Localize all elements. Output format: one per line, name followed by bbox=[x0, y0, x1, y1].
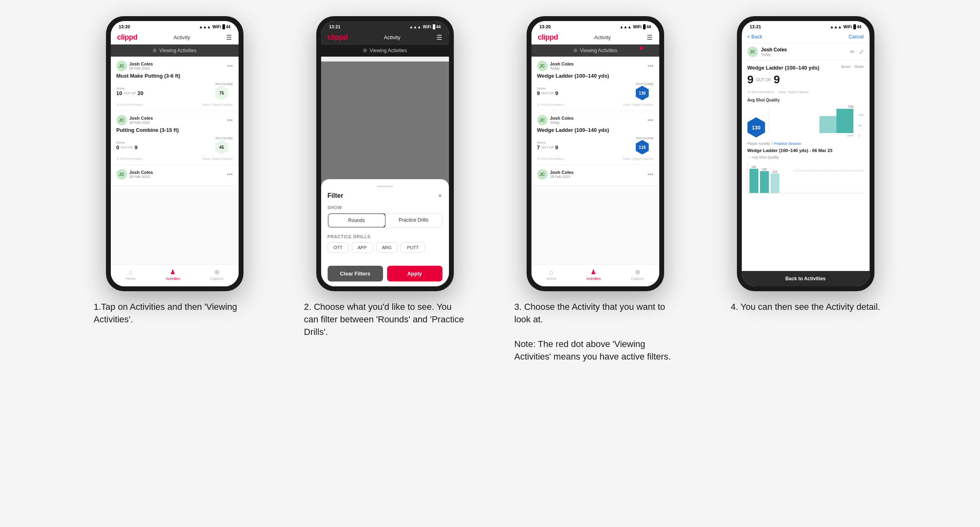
score-value-3-2: 7 bbox=[537, 144, 540, 150]
status-icons-1: ▲▲▲ WiFi ▊44 bbox=[199, 25, 231, 29]
activity-card-1-1[interactable]: JC Josh Coles 28 Feb 2023 ••• Must Make … bbox=[111, 57, 239, 111]
activity-title-1-1: Must Make Putting (3-6 ft) bbox=[116, 73, 233, 79]
filter-modal-overlay: Filter ✕ Show Rounds Practice Drills Pra… bbox=[321, 61, 449, 286]
more-dots-3-3[interactable]: ••• bbox=[648, 171, 654, 178]
logo-1: clippd bbox=[117, 33, 138, 42]
hamburger-3[interactable]: ☰ bbox=[647, 34, 652, 41]
practice-drills-btn[interactable]: Practice Drills bbox=[385, 214, 442, 227]
banner-text-3: Viewing Activities bbox=[580, 48, 617, 53]
activity-title-3-1: Wedge Ladder (100–140 yds) bbox=[537, 73, 654, 79]
home-icon-1: ⌂ bbox=[129, 269, 133, 276]
viewing-banner-3[interactable]: ⚙ Viewing Activities bbox=[531, 44, 659, 57]
status-bar-2: 13:21 ▲▲▲ WiFi ▊44 bbox=[321, 21, 449, 31]
bottom-nav-1: ⌂ Home ♟ Activities ⊕ Capture bbox=[111, 265, 239, 286]
bar-2-4 bbox=[760, 171, 769, 193]
wifi-icon-2: WiFi bbox=[423, 25, 431, 29]
nav-activities-1[interactable]: ♟ Activities bbox=[166, 268, 180, 281]
capture-icon-3: ⊕ bbox=[635, 268, 640, 276]
modal-actions: Clear Filters Apply bbox=[328, 261, 442, 286]
score-label-3-2: Score bbox=[537, 141, 559, 144]
shots-big-4: 9 bbox=[774, 73, 780, 86]
shots-value-1-1: 20 bbox=[138, 90, 143, 96]
signal-icon-2: ▲▲▲ bbox=[409, 25, 421, 29]
caption-1: 1.Tap on Activities and then 'Viewing Ac… bbox=[94, 301, 256, 326]
nav-title-1: Activity bbox=[174, 34, 190, 40]
cards-area-3: JC Josh Coles Today ••• Wedge Ladder (10… bbox=[531, 57, 659, 265]
caption-3: 3. Choose the Activity that you want to … bbox=[514, 301, 676, 363]
user-date-3-2: Today bbox=[550, 121, 574, 125]
outof-1-1: OUT OF bbox=[124, 91, 136, 95]
viewing-banner-1[interactable]: ⚙ Viewing Activities bbox=[111, 44, 239, 57]
drill-tag-putt[interactable]: PUTT bbox=[401, 242, 425, 253]
more-dots-1-2[interactable]: ••• bbox=[227, 117, 233, 123]
bottom-nav-3: ⌂ Home ♟ Activities ⊕ Capture bbox=[531, 265, 659, 286]
signal-icon-1: ▲▲▲ bbox=[199, 25, 211, 29]
logo-2: clippd bbox=[328, 33, 348, 42]
nav-home-3[interactable]: ⌂ Home bbox=[546, 269, 556, 281]
more-dots-1-3[interactable]: ••• bbox=[227, 171, 233, 178]
step-3-container: 13:20 ▲▲▲ WiFi ▊44 clippd Activity ☰ ⚙ bbox=[498, 16, 692, 363]
drill-tag-arg[interactable]: ARG bbox=[376, 242, 398, 253]
activity-card-1-3[interactable]: JC Josh Coles 28 Feb 2023 ••• bbox=[111, 165, 239, 186]
apply-btn[interactable]: Apply bbox=[387, 266, 442, 281]
drill-tag-ott[interactable]: OTT bbox=[328, 242, 349, 253]
signal-icon-3: ▲▲▲ bbox=[620, 25, 632, 29]
back-btn-4[interactable]: < Back bbox=[747, 34, 762, 40]
cancel-btn-4[interactable]: Cancel bbox=[849, 34, 864, 40]
status-bar-4: 13:21 ▲▲▲ WiFi ▊44 bbox=[742, 21, 870, 31]
sq-label-3-2: Shot Quality bbox=[636, 136, 654, 140]
outof-3-1: OUT OF bbox=[542, 91, 554, 95]
rounds-btn[interactable]: Rounds bbox=[328, 213, 386, 228]
wifi-icon-3: WiFi bbox=[633, 25, 641, 29]
activity-title-3-2: Wedge Ladder (100–140 yds) bbox=[537, 127, 654, 133]
info-right-3-2: Data: Clippd Capture bbox=[623, 157, 654, 161]
session-chart-4: 140 120 100 80 60 132 129 bbox=[747, 161, 864, 193]
phone-4: 13:21 ▲▲▲ WiFi ▊44 < Back Cancel JC bbox=[737, 16, 874, 291]
status-time-1: 13:20 bbox=[119, 24, 130, 29]
status-icons-2: ▲▲▲ WiFi ▊44 bbox=[409, 25, 441, 29]
activity-card-3-1[interactable]: JC Josh Coles Today ••• Wedge Ladder (10… bbox=[531, 57, 659, 111]
bar-1-4 bbox=[749, 169, 758, 193]
sq-label-1-1: Shot Quality bbox=[215, 82, 233, 86]
edit-icon-4[interactable]: ✏ bbox=[850, 49, 855, 55]
battery-icon-3: ▊44 bbox=[643, 25, 651, 29]
logo-3: clippd bbox=[538, 33, 558, 42]
activities-icon-3: ♟ bbox=[591, 268, 596, 276]
back-activities-btn-4[interactable]: Back to Activities bbox=[742, 271, 870, 286]
avg-sq-label-4: → Avg Shot Quality bbox=[747, 155, 864, 159]
activity-card-1-2[interactable]: JC Josh Coles 28 Feb 2023 ••• Putting Co… bbox=[111, 111, 239, 165]
score-label-1-2: Score bbox=[116, 141, 138, 144]
close-btn[interactable]: ✕ bbox=[438, 193, 442, 199]
more-dots-1-1[interactable]: ••• bbox=[227, 63, 233, 69]
home-label-3: Home bbox=[546, 277, 556, 281]
detail-user-date-4: Today bbox=[761, 53, 787, 57]
banner-text-2: Viewing Activities bbox=[370, 48, 407, 53]
user-name-3-2: Josh Coles bbox=[550, 116, 574, 121]
wifi-icon-4: WiFi bbox=[843, 25, 852, 29]
clear-filters-btn[interactable]: Clear Filters bbox=[328, 266, 383, 281]
viewing-banner-2[interactable]: ⚙ Viewing Activities bbox=[321, 44, 449, 57]
nav-home-1[interactable]: ⌂ Home bbox=[126, 269, 135, 281]
expand-icon-4[interactable]: ⤢ bbox=[859, 49, 864, 55]
status-bar-3: 13:20 ▲▲▲ WiFi ▊44 bbox=[531, 21, 659, 31]
more-dots-3-1[interactable]: ••• bbox=[648, 63, 654, 69]
hamburger-2[interactable]: ☰ bbox=[436, 34, 442, 41]
phone-1: 13:20 ▲▲▲ WiFi ▊44 clippd Activity ☰ ⚙ bbox=[106, 16, 243, 291]
cards-area-1: JC Josh Coles 28 Feb 2023 ••• Must Make … bbox=[111, 57, 239, 265]
drill-title-4: Wedge Ladder (100–140 yds) bbox=[747, 65, 819, 71]
filter-icon-1: ⚙ bbox=[152, 48, 157, 53]
activity-card-3-2[interactable]: JC Josh Coles Today ••• Wedge Ladder (10… bbox=[531, 111, 659, 165]
more-dots-3-2[interactable]: ••• bbox=[648, 117, 654, 123]
home-icon-3: ⌂ bbox=[549, 269, 553, 276]
user-date-1-3: 28 Feb 2023 bbox=[129, 175, 153, 179]
practice-session-link-4[interactable]: Practice Session bbox=[774, 142, 801, 146]
activity-card-3-3[interactable]: JC Josh Coles 28 Feb 2023 ••• bbox=[531, 165, 659, 186]
sq-label-1-2: Shot Quality bbox=[215, 136, 233, 140]
nav-capture-3[interactable]: ⊕ Capture bbox=[631, 268, 644, 281]
sq-badge-1-2: 45 bbox=[215, 140, 228, 155]
nav-activities-3[interactable]: ♟ Activities bbox=[586, 268, 601, 281]
hamburger-1[interactable]: ☰ bbox=[226, 34, 232, 41]
nav-capture-1[interactable]: ⊕ Capture bbox=[210, 268, 223, 281]
drill-tag-app[interactable]: APP bbox=[352, 242, 373, 253]
avg-sq-title-4: Avg Shot Quality bbox=[747, 98, 864, 102]
